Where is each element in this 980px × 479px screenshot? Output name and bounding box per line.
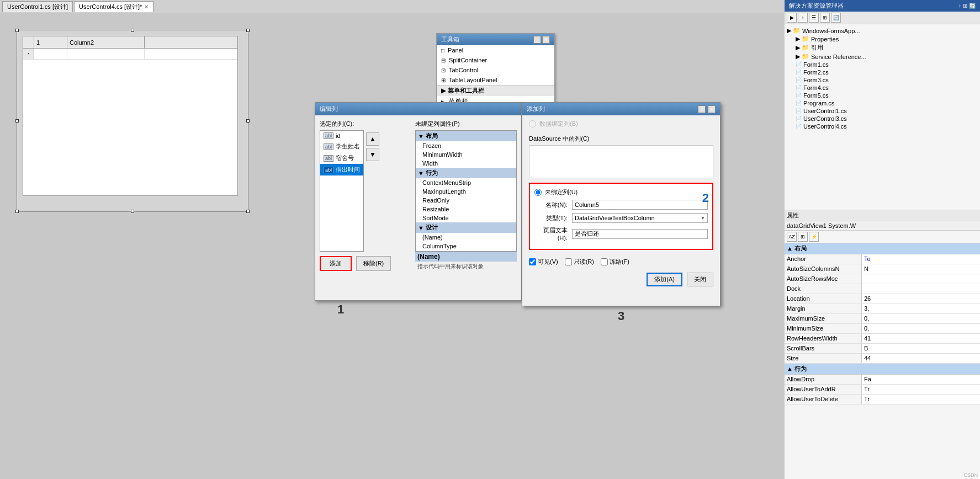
props-width[interactable]: Width — [416, 159, 516, 168]
remove-column-btn[interactable]: 移除(R) — [356, 256, 391, 271]
props-layout-header[interactable]: ▼ 布局 — [416, 131, 516, 141]
prop-value-location[interactable]: 26 — [862, 294, 980, 304]
frozen-checkbox[interactable] — [601, 258, 608, 265]
resize-handle-ml[interactable] — [15, 119, 19, 123]
se-item-references[interactable]: ▶ 📁 引用 — [787, 43, 978, 52]
se-item-service-ref[interactable]: ▶ 📁 Service Reference... — [787, 52, 978, 61]
prop-value-autosizecols[interactable]: N — [862, 264, 980, 274]
add-column-btn[interactable]: 添加 — [320, 256, 352, 271]
props-dname[interactable]: (Name) — [416, 233, 516, 242]
se-item-form2[interactable]: 📄 Form2.cs — [787, 68, 978, 76]
props-coltype[interactable]: ColumnType — [416, 242, 516, 251]
se-item-solution[interactable]: ▶ 📁 WindowsFormsApp... — [787, 26, 978, 35]
visible-checkbox[interactable] — [529, 258, 536, 265]
se-btn2[interactable]: ↑ — [798, 13, 808, 23]
radio-data-bound[interactable]: 数据绑定列(B) — [529, 120, 713, 128]
prop-value-anchor[interactable]: To — [862, 254, 980, 264]
se-btn1[interactable]: ▶ — [787, 13, 797, 23]
se-item-program[interactable]: 📄 Program.cs — [787, 99, 978, 107]
props-readonly[interactable]: ReadOnly — [416, 196, 516, 205]
prop-value-autosizerows[interactable] — [862, 274, 980, 284]
col-move-up-btn[interactable]: ▲ — [366, 132, 379, 146]
props-contextmenu[interactable]: ContextMenuStrip — [416, 178, 516, 187]
prop-value-margin[interactable]: 3, — [862, 304, 980, 313]
radio-data-bound-input[interactable] — [529, 120, 536, 127]
se-expand-solution[interactable]: ▶ — [787, 27, 791, 34]
resize-handle-tr[interactable] — [246, 29, 250, 32]
close-dialog-btn[interactable]: 关闭 — [687, 273, 713, 286]
prop-sort-category[interactable]: ⊞ — [798, 232, 808, 242]
toolbox-item-tablelayout[interactable]: ⊞ TableLayoutPanel — [437, 75, 554, 85]
dgv-cell-12[interactable] — [67, 49, 145, 59]
props-sortmode[interactable]: SortMode — [416, 214, 516, 222]
se-item-uc4[interactable]: 📄 UserControl4.cs — [787, 123, 978, 130]
resize-handle-bm[interactable] — [131, 210, 134, 213]
props-resizable[interactable]: Resizable — [416, 205, 516, 214]
prop-sort-alpha[interactable]: AZ — [787, 232, 797, 242]
se-expand-properties[interactable]: ▶ — [796, 35, 800, 42]
se-expand-references[interactable]: ▶ — [796, 44, 800, 51]
se-icon3[interactable]: 🔄 — [969, 3, 976, 9]
toolbox-item-panel[interactable]: □ Panel — [437, 45, 554, 55]
tab2-close-icon[interactable]: ✕ — [144, 4, 149, 10]
prop-value-allowaddrows[interactable]: Tr — [862, 385, 980, 394]
props-maxinputlen[interactable]: MaxInputLength — [416, 187, 516, 196]
resize-handle-mr[interactable] — [246, 119, 250, 123]
prop-value-allowdeleterows[interactable]: Tr — [862, 395, 980, 404]
prop-value-maxsize[interactable]: 0, — [862, 314, 980, 323]
col-item-time[interactable]: abl 借出时间 — [320, 164, 363, 175]
resize-handle-bl[interactable] — [15, 210, 19, 213]
prop-value-minsize[interactable]: 0, — [862, 324, 980, 333]
add-col-close-icon[interactable]: ✕ — [708, 105, 716, 113]
col-move-down-btn[interactable]: ▼ — [366, 148, 379, 161]
prop-value-scrollbars[interactable]: B — [862, 344, 980, 353]
prop-value-dock[interactable] — [862, 284, 980, 294]
col-item-room[interactable]: abl 宿舍号 — [320, 152, 363, 164]
prop-events[interactable]: ⚡ — [809, 232, 819, 242]
columns-list[interactable]: abl id abl 学生姓名 abl 宿舍号 abl 借出时间 — [320, 130, 364, 252]
header-field-input[interactable] — [572, 229, 708, 239]
se-item-uc3[interactable]: 📄 UserControl3.cs — [787, 115, 978, 123]
dgv-cell-11[interactable] — [34, 49, 67, 59]
se-btn4[interactable]: ⊞ — [820, 13, 830, 23]
se-btn5[interactable]: 🔄 — [831, 13, 841, 23]
toolbox-close-btn[interactable]: ✕ — [542, 36, 550, 44]
se-item-form4[interactable]: 📄 Form4.cs — [787, 84, 978, 92]
datagridview[interactable]: 1 Column2 * — [23, 36, 238, 196]
tab-usercontrol4[interactable]: UserControl4.cs [设计]* ✕ — [74, 1, 153, 12]
se-item-form5[interactable]: 📄 Form5.cs — [787, 92, 978, 99]
se-icon1[interactable]: ↑ — [958, 3, 961, 9]
resize-handle-br[interactable] — [246, 210, 250, 213]
type-field-dropdown[interactable]: DataGridViewTextBoxColumn ▼ — [572, 213, 708, 223]
tab-usercontrol1[interactable]: UserControl1.cs [设计] — [2, 1, 73, 12]
se-item-properties[interactable]: ▶ 📁 Properties — [787, 35, 978, 43]
props-minwidth[interactable]: MinimumWidth — [416, 150, 516, 159]
col-item-name[interactable]: abl 学生姓名 — [320, 141, 363, 152]
prop-value-rowheaderwidth[interactable]: 41 — [862, 334, 980, 343]
props-behavior-header[interactable]: ▼ 行为 — [416, 168, 516, 178]
prop-value-allowdrop[interactable]: Fa — [862, 375, 980, 384]
resize-handle-tl[interactable] — [15, 29, 19, 32]
prop-value-size[interactable]: 44 — [862, 354, 980, 363]
resize-handle-tm[interactable] — [131, 29, 134, 32]
se-item-form3[interactable]: 📄 Form3.cs — [787, 76, 978, 84]
se-item-uc1[interactable]: 📄 UserControl1.cs — [787, 107, 978, 115]
toolbox-section-menu[interactable]: ▶ 菜单和工具栏 — [437, 86, 554, 96]
name-field-input[interactable] — [572, 200, 708, 210]
props-frozen[interactable]: Frozen — [416, 141, 516, 150]
prop-name-autosizerows: AutoSizeRowsMoc — [785, 274, 862, 284]
se-icon2[interactable]: ⊞ — [963, 3, 967, 9]
toolbox-item-tabcontrol[interactable]: ⊡ TabControl — [437, 65, 554, 75]
se-expand-service[interactable]: ▶ — [796, 53, 800, 60]
col-item-id[interactable]: abl id — [320, 131, 363, 141]
add-btn[interactable]: 添加(A) — [647, 273, 682, 286]
se-btn3[interactable]: ☰ — [809, 13, 819, 23]
props-design-header[interactable]: ▼ 设计 — [416, 222, 516, 233]
readonly-checkbox[interactable] — [565, 258, 572, 265]
toolbox-item-splitcontainer[interactable]: ⊟ SplitContainer — [437, 55, 554, 65]
design-canvas[interactable]: 1 Column2 * — [17, 30, 248, 212]
toolbox-minimize-btn[interactable]: ─ — [533, 36, 541, 44]
se-item-form1[interactable]: 📄 Form1.cs — [787, 61, 978, 68]
add-col-help-btn[interactable]: ? — [698, 105, 706, 113]
radio-unbound-input[interactable] — [534, 189, 542, 196]
